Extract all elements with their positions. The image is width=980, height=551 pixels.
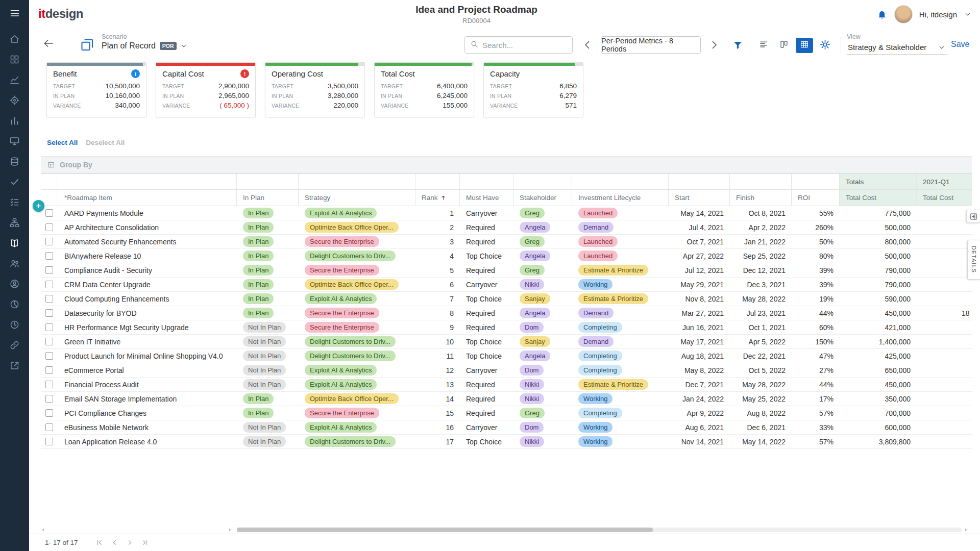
deselect-all-link[interactable]: Deselect All [86,139,125,146]
details-panel-toggle-button[interactable] [966,210,980,223]
table-row[interactable]: eBusiness Mobile NetworkNot In PlanExplo… [41,420,972,435]
user-avatar[interactable] [894,5,913,23]
row-checkbox[interactable] [45,281,53,288]
row-checkbox[interactable] [45,409,53,417]
sidebar-item-task-list[interactable] [0,192,29,212]
user-menu-chevron-down-icon[interactable] [964,10,972,18]
sidebar-item-chart-line[interactable] [0,69,29,90]
group-by-bar[interactable]: Group By [41,156,972,173]
sidebar-item-monitor[interactable] [0,131,29,151]
sidebar-item-bar-chart[interactable] [0,110,29,131]
table-row[interactable]: AP Architecture ConsolidationIn PlanOpti… [41,220,972,235]
notifications-bell-icon[interactable] [876,9,888,20]
previous-period-button[interactable] [581,39,594,51]
sidebar-item-clock[interactable] [0,314,29,335]
pager-last-button[interactable] [141,539,149,546]
sidebar-item-home[interactable] [0,29,29,49]
view-toggle-grid-button[interactable] [796,38,813,53]
view-dropdown[interactable]: Strategy & Stakeholder [847,41,947,55]
table-row[interactable]: AARD Payments ModuleIn PlanExploit AI & … [41,206,972,220]
table-row[interactable]: Datasecurity for BYODIn PlanSecure the E… [41,306,972,320]
col-header-rank[interactable]: Rank [415,190,460,206]
row-checkbox[interactable] [45,238,53,245]
table-row[interactable]: Product Launch for Minimal Online Shoppi… [41,349,972,363]
stakeholder-badge: Nikki [520,393,544,404]
view-toggle-list-button[interactable] [755,38,772,53]
details-tab[interactable]: DETAILS [967,240,980,280]
pager-first-button[interactable] [95,539,103,546]
table-row[interactable]: Automated Security EnhancementsIn PlanSe… [41,235,972,249]
hamburger-menu-button[interactable] [0,0,29,29]
row-checkbox[interactable] [45,309,53,317]
table-row[interactable]: Email SAN Storage ImplementationIn PlanO… [41,392,972,406]
table-row[interactable]: CRM Data Center UpgradeIn PlanOptimize B… [41,278,972,292]
row-checkbox[interactable] [45,381,53,388]
scrollbar-track[interactable] [237,528,962,532]
col-header-in_plan[interactable]: In Plan [237,190,299,206]
cell-total_cost: 590,000 [840,292,917,306]
scenario-dropdown[interactable]: Plan of Record POR [102,41,188,51]
col-header-lifecycle[interactable]: Investment Lifecycle [572,190,669,206]
row-checkbox[interactable] [45,352,53,360]
col-header-total_cost[interactable]: Total Cost [840,190,917,206]
col-header-must_have[interactable]: Must Have [460,190,513,206]
back-button[interactable] [42,37,55,49]
sidebar-item-layers[interactable] [0,151,29,171]
scroll-right-frozen-icon[interactable] [228,528,232,532]
cell-q1_cost [917,378,972,391]
save-button[interactable]: Save [951,40,969,49]
row-checkbox[interactable] [45,295,53,303]
select-all-link[interactable]: Select All [47,139,78,146]
period-selector[interactable]: Per-Period Metrics - 8 Periods [601,36,701,54]
row-checkbox[interactable] [45,266,53,274]
pager-previous-button[interactable] [111,539,118,546]
sidebar-item-link[interactable] [0,335,29,355]
table-row[interactable]: eCommerce PortalNot In PlanExploit AI & … [41,363,972,378]
sidebar-item-hierarchy[interactable] [0,212,29,233]
row-checkbox[interactable] [45,438,53,445]
next-period-button[interactable] [708,39,720,51]
settings-gear-button[interactable] [819,39,831,51]
col-header-finish[interactable]: Finish [730,190,792,206]
row-checkbox[interactable] [45,338,53,345]
table-row[interactable]: BIAnywhere Release 10In PlanDelight Cust… [41,249,972,263]
sidebar-item-users[interactable] [0,253,29,273]
sidebar-item-book[interactable] [0,233,29,253]
table-row[interactable]: Loan Application Release 4.0Not In PlanD… [41,435,972,449]
table-row[interactable]: PCI Compliance ChangesIn PlanSecure the … [41,406,972,420]
sidebar-item-external[interactable] [0,355,29,375]
sidebar-item-check[interactable] [0,171,29,192]
table-row[interactable]: HR Performance Mgt Security UpgradeNot I… [41,320,972,335]
col-header-roi[interactable]: ROI [792,190,840,206]
in_plan-badge: Not In Plan [243,322,286,333]
table-row[interactable]: Cloud Computing EnhancementsIn PlanExplo… [41,292,972,306]
scrollbar-thumb[interactable] [237,528,653,532]
table-row[interactable]: Green IT InitiativeNot In PlanDelight Cu… [41,335,972,349]
pager-next-button[interactable] [126,539,134,546]
table-row[interactable]: Compliance Audit - SecurityIn PlanSecure… [41,263,972,278]
col-header-q1_cost[interactable]: Total Cost [917,190,972,206]
scroll-left-icon[interactable] [41,528,45,532]
table-row[interactable]: Financial Process AuditNot In PlanExploi… [41,378,972,392]
sidebar-item-pie[interactable] [0,294,29,314]
add-row-button[interactable] [33,200,44,212]
row-checkbox[interactable] [45,323,53,331]
row-checkbox[interactable] [45,423,53,431]
sidebar-item-dashboard[interactable] [0,49,29,69]
row-checkbox[interactable] [45,366,53,374]
view-toggle-board-button[interactable] [775,38,793,53]
search-input[interactable] [482,41,564,49]
col-header-stakeholder[interactable]: Stakeholder [513,190,572,206]
row-checkbox[interactable] [45,252,53,260]
row-checkbox[interactable] [45,223,53,231]
col-header-strategy[interactable]: Strategy [299,190,415,206]
col-header-item[interactable]: *Roadmap Item [58,190,237,206]
sidebar-item-user-circle[interactable] [0,273,29,294]
filter-button[interactable] [732,40,743,51]
row-checkbox[interactable] [45,395,53,403]
scroll-right-icon[interactable] [964,528,968,532]
col-header-start[interactable]: Start [669,190,730,206]
row-checkbox[interactable] [45,209,53,217]
cell-start: Jun 16, 2021 [669,320,730,334]
sidebar-item-target[interactable] [0,90,29,110]
